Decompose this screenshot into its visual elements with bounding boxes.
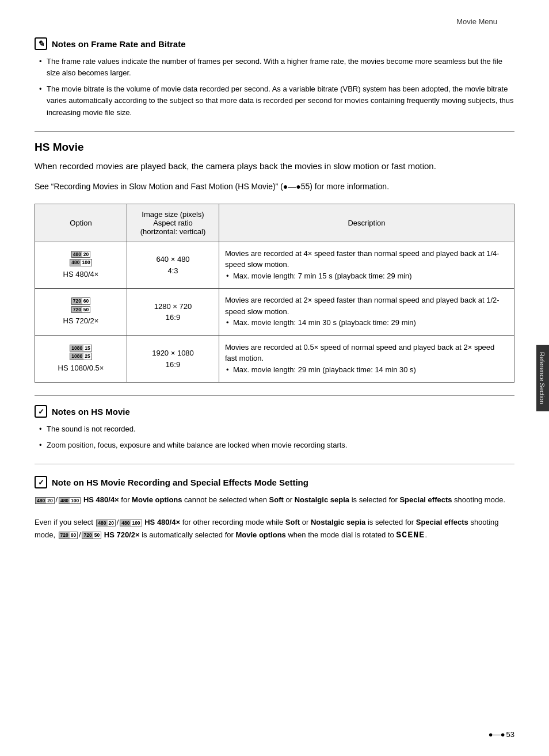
movie-options-label-2: Movie options: [235, 530, 285, 539]
soft-label: Soft: [269, 495, 284, 504]
hs-movie-notes-list: The sound is not recorded. Zoom position…: [35, 423, 514, 451]
special-effects-title: Note on HS Movie Recording and Special E…: [52, 478, 308, 487]
page-number: 53: [506, 730, 514, 739]
badge-480-20-inline2: 48020: [96, 520, 116, 527]
badge-row-2b: 72050: [71, 306, 92, 314]
desc-cell-1: Movies are recorded at 4× speed faster t…: [219, 242, 514, 289]
badge-480-20-inline: 48020: [35, 497, 55, 505]
badge-720-60-inline: 72060: [59, 532, 78, 539]
special-effects-text-2: Even if you select 48020 / 480100 HS 480…: [35, 517, 514, 543]
col-header-option: Option: [35, 204, 127, 242]
special-effects-note-section: ✓ Note on HS Movie Recording and Special…: [35, 476, 514, 543]
nostalgic-label-2: Nostalgic sepia: [311, 518, 365, 526]
badge-720-50: 72050: [71, 306, 91, 314]
check-icon-2: ✓: [35, 476, 47, 488]
hs-movie-note-2: Zoom position, focus, exposure and white…: [37, 440, 514, 451]
frame-rate-notes-section: ✎ Notes on Frame Rate and Bitrate The fr…: [35, 37, 514, 119]
table-row: 48020 480100 HS 480/4×: [35, 242, 514, 289]
badge-row-3a: 108015: [69, 345, 92, 352]
hs-movie-heading: HS Movie: [35, 141, 514, 154]
col-header-imgsize: Image size (pixels)Aspect ratio(horizont…: [127, 204, 219, 242]
special-effects-title-row: ✓ Note on HS Movie Recording and Special…: [35, 476, 514, 488]
reference-section-tab: Reference Section: [536, 345, 549, 411]
badge-row-1b: 480100: [69, 259, 92, 266]
option-cell-1: 48020 480100 HS 480/4×: [35, 242, 127, 289]
special-effects-label-1: Special effects: [399, 495, 452, 504]
notes-title-row: ✎ Notes on Frame Rate and Bitrate: [35, 37, 514, 50]
scene-word: SCENE: [396, 530, 425, 540]
badge-row-3b: 108025: [69, 353, 92, 360]
special-effects-label-2: Special effects: [416, 518, 468, 526]
desc-bullet-2: Max. movie length: 14 min 30 s (playback…: [225, 317, 508, 329]
frame-rate-notes-title: Notes on Frame Rate and Bitrate: [52, 39, 186, 49]
hs-movie-note-1: The sound is not recorded.: [37, 423, 514, 435]
movie-options-label-1: Movie options: [132, 495, 182, 504]
hs-movie-notes-title-row: ✓ Notes on HS Movie: [35, 405, 514, 418]
pencil-icon: ✎: [35, 37, 47, 50]
separator-1: [35, 131, 514, 132]
table-row: 108015 108025 HS 1080/0.5×: [35, 335, 514, 383]
option-icons-1: 48020 480100: [69, 251, 92, 266]
frame-rate-note-1: The frame rate values indicate the numbe…: [37, 56, 514, 79]
desc-bullet-item-3: Max. movie length: 29 min (playback time…: [225, 364, 508, 376]
desc-bullet-item-1: Max. movie length: 7 min 15 s (playback …: [225, 270, 508, 282]
page-footer: ●—● 53: [489, 730, 514, 739]
nostalgic-label: Nostalgic sepia: [295, 495, 349, 504]
option-cell-2: 72060 72050 HS 720/2×: [35, 289, 127, 336]
badge-480-100: 480100: [70, 259, 92, 266]
hs-720-2x-label: HS 720/2×: [104, 530, 140, 539]
option-label-2: HS 720/2×: [63, 315, 99, 327]
badge-720-60: 72060: [71, 297, 91, 305]
separator-3: [35, 464, 514, 464]
page-header: Movie Menu: [35, 17, 514, 26]
imgsize-cell-1: 640 × 480 4:3: [127, 242, 219, 289]
hs-480-4x-label-2: HS 480/4×: [144, 518, 180, 526]
badge-1080-25: 108025: [70, 353, 92, 360]
option-icons-2: 72060 72050: [71, 297, 92, 313]
badge-480-100-inline: 480100: [59, 497, 81, 505]
desc-cell-2: Movies are recorded at 2× speed faster t…: [219, 289, 514, 336]
option-icons-3: 108015 108025: [69, 345, 92, 360]
frame-rate-notes-list: The frame rate values indicate the numbe…: [35, 56, 514, 119]
footer-link-symbol: ●—●: [489, 730, 505, 739]
option-label-1: HS 480/4×: [63, 269, 99, 280]
page-title: Movie Menu: [456, 17, 497, 26]
table-row: 72060 72050 HS 720/2×: [35, 289, 514, 336]
soft-label-2: Soft: [285, 518, 300, 526]
hs-movie-description: When recorded movies are played back, th…: [35, 159, 514, 173]
imgsize-cell-2: 1280 × 720 16:9: [127, 289, 219, 336]
badge-720-50-inline: 72050: [82, 532, 101, 539]
badge-480-100-inline2: 480100: [120, 520, 142, 527]
separator-2: [35, 395, 514, 396]
hs-table: Option Image size (pixels)Aspect ratio(h…: [35, 204, 514, 383]
check-icon-1: ✓: [35, 405, 47, 418]
badge-480-20: 48020: [71, 251, 91, 258]
desc-cell-3: Movies are recorded at 0.5× speed of nor…: [219, 335, 514, 383]
frame-rate-note-2: The movie bitrate is the volume of movie…: [37, 83, 514, 118]
col-header-description: Description: [219, 204, 514, 242]
option-label-3: HS 1080/0.5×: [58, 362, 104, 374]
badge-1080-15: 108015: [70, 345, 92, 352]
page-container: Movie Menu ✎ Notes on Frame Rate and Bit…: [0, 0, 549, 756]
option-cell-inner-3: 108015 108025 HS 1080/0.5×: [41, 345, 121, 374]
hs-movie-notes-section: ✓ Notes on HS Movie The sound is not rec…: [35, 405, 514, 451]
hs-movie-reference: See “Recording Movies in Slow Motion and…: [35, 181, 514, 193]
option-cell-3: 108015 108025 HS 1080/0.5×: [35, 335, 127, 383]
badge-row-1a: 48020: [69, 251, 92, 258]
badge-row-2a: 72060: [71, 297, 92, 305]
imgsize-cell-3: 1920 × 1080 16:9: [127, 335, 219, 383]
desc-bullet-1: Max. movie length: 7 min 15 s (playback …: [225, 270, 508, 282]
option-cell-inner-2: 72060 72050 HS 720/2×: [41, 297, 121, 327]
option-cell-inner-1: 48020 480100 HS 480/4×: [41, 251, 121, 280]
special-effects-text-1: 48020 / 480100 HS 480/4× for Movie optio…: [35, 494, 514, 506]
desc-bullet-3: Max. movie length: 29 min (playback time…: [225, 364, 508, 376]
desc-bullet-item-2: Max. movie length: 14 min 30 s (playback…: [225, 317, 508, 329]
hs-480-4x-label-1: HS 480/4×: [83, 495, 119, 504]
hs-movie-notes-title: Notes on HS Movie: [52, 407, 130, 417]
